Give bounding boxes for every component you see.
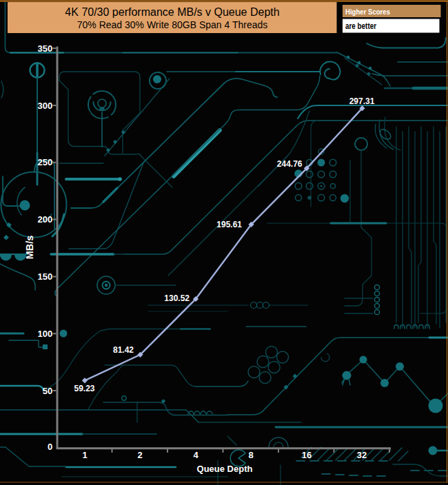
svg-text:195.61: 195.61 bbox=[216, 220, 242, 229]
svg-text:297.31: 297.31 bbox=[349, 96, 375, 106]
svg-text:2: 2 bbox=[137, 450, 142, 460]
svg-text:200: 200 bbox=[38, 214, 53, 225]
svg-text:300: 300 bbox=[38, 101, 53, 111]
svg-text:50: 50 bbox=[43, 386, 52, 396]
svg-text:70% Read 30% Write 80GB Span 4: 70% Read 30% Write 80GB Span 4 Threads bbox=[77, 19, 268, 30]
svg-text:350: 350 bbox=[38, 43, 53, 54]
svg-text:16: 16 bbox=[302, 450, 312, 460]
svg-text:4K 70/30 performance MB/s v Qu: 4K 70/30 performance MB/s v Queue Depth bbox=[65, 6, 279, 18]
svg-text:150: 150 bbox=[38, 271, 53, 282]
svg-text:MB/s: MB/s bbox=[24, 236, 35, 260]
svg-text:130.52: 130.52 bbox=[164, 293, 190, 303]
svg-text:59.23: 59.23 bbox=[74, 384, 94, 393]
svg-text:Higher Scores: Higher Scores bbox=[345, 7, 390, 16]
svg-text:250: 250 bbox=[38, 157, 53, 167]
svg-text:8: 8 bbox=[248, 450, 253, 460]
svg-text:are better: are better bbox=[345, 21, 377, 31]
svg-text:0: 0 bbox=[48, 442, 52, 452]
svg-text:Queue Depth: Queue Depth bbox=[197, 464, 253, 474]
svg-text:244.76: 244.76 bbox=[277, 159, 303, 169]
svg-text:100: 100 bbox=[38, 329, 53, 339]
svg-text:4: 4 bbox=[193, 450, 198, 460]
svg-text:32: 32 bbox=[357, 450, 367, 460]
svg-text:81.42: 81.42 bbox=[113, 345, 134, 355]
svg-text:1: 1 bbox=[82, 450, 87, 460]
